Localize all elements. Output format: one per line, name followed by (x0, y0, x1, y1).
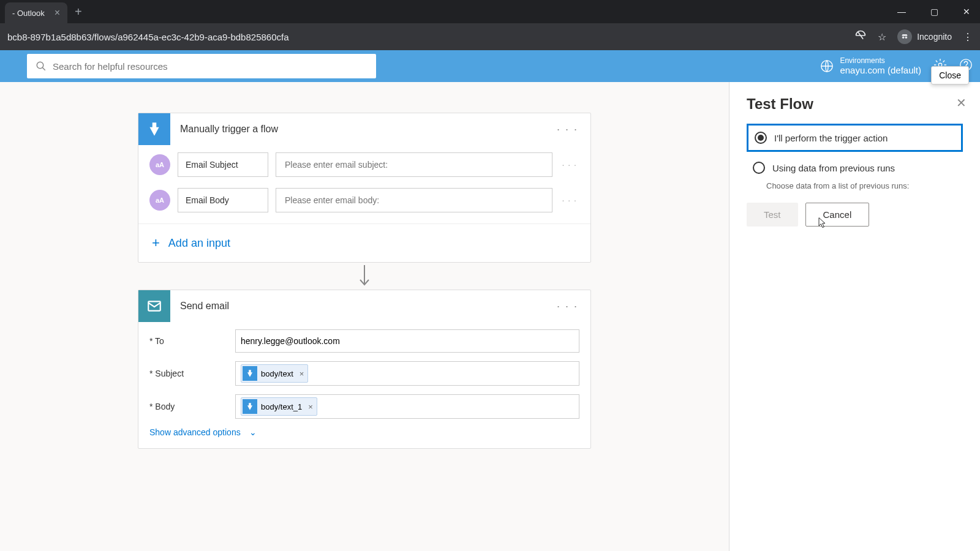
incognito-label: Incognito (917, 32, 952, 42)
panel-title: Test Flow (747, 96, 963, 113)
to-label: * To (149, 336, 235, 346)
radio-label: I'll perform the trigger action (774, 133, 888, 143)
maximize-icon[interactable]: ▢ (925, 4, 943, 19)
token-remove-icon[interactable]: × (300, 369, 304, 378)
radio-label: Using data from previous runs (772, 163, 895, 173)
token-remove-icon[interactable]: × (308, 402, 313, 411)
input-label[interactable]: Email Body (178, 188, 268, 212)
email-icon (138, 290, 170, 322)
token-flow-icon (243, 399, 257, 414)
body-field[interactable]: body/text_1 × (235, 394, 579, 419)
svg-point-0 (902, 36, 905, 39)
input-label[interactable]: Email Subject (178, 152, 268, 177)
body-label: * Body (149, 402, 235, 411)
url-text[interactable]: bcb8-897b1a5d8b63/flows/a962445a-ec3c-42… (7, 32, 289, 42)
plus-icon: + (152, 235, 160, 251)
body-token[interactable]: body/text_1 × (241, 397, 317, 416)
environment-selector[interactable]: Environments enayu.com (default) (820, 56, 921, 76)
test-button[interactable]: Test (747, 203, 798, 227)
radio-icon (753, 162, 765, 174)
email-card: Send email · · · * To * Subject body/tex… (138, 290, 591, 449)
trigger-title: Manually trigger a flow (180, 124, 545, 135)
radio-previous-runs[interactable]: Using data from previous runs (747, 156, 963, 180)
email-title: Send email (180, 301, 545, 312)
bookmark-star-icon[interactable]: ☆ (878, 31, 886, 43)
incognito-icon (897, 29, 912, 44)
token-text: body/text_1 (261, 402, 302, 411)
subject-label: * Subject (149, 369, 235, 378)
text-type-icon: aA (149, 190, 170, 211)
input-field-body[interactable] (276, 188, 552, 212)
env-label: Environments (840, 56, 921, 65)
chevron-down-icon: ⌄ (249, 427, 257, 437)
app-header: Environments enayu.com (default) (0, 50, 980, 82)
trigger-input-row: aA Email Body · · · (149, 188, 579, 212)
svg-point-1 (905, 36, 908, 39)
input-more-icon[interactable]: · · · (560, 195, 579, 205)
show-advanced-label: Show advanced options (149, 427, 241, 437)
test-flow-panel: ✕ Test Flow I'll perform the trigger act… (729, 82, 980, 551)
new-tab-button[interactable]: + (75, 5, 82, 19)
minimize-icon[interactable]: — (892, 4, 911, 19)
trigger-more-icon[interactable]: · · · (545, 123, 590, 136)
close-tab-icon[interactable]: × (55, 7, 60, 18)
token-text: body/text (261, 369, 293, 378)
subject-token[interactable]: body/text × (241, 364, 308, 383)
incognito-badge: Incognito (897, 29, 952, 44)
browser-url-bar: bcb8-897b1a5d8b63/flows/a962445a-ec3c-42… (0, 23, 980, 50)
email-more-icon[interactable]: · · · (545, 300, 590, 313)
trigger-card: Manually trigger a flow · · · aA Email S… (138, 113, 591, 263)
search-box[interactable] (27, 54, 376, 78)
text-type-icon: aA (149, 154, 170, 175)
input-more-icon[interactable]: · · · (560, 160, 579, 170)
tab-title: - Outlook (12, 9, 45, 18)
token-flow-icon (243, 366, 257, 381)
browser-tab-strip: - Outlook × + — ▢ ✕ (0, 0, 980, 23)
input-field-subject[interactable] (276, 152, 552, 177)
radio-perform-trigger[interactable]: I'll perform the trigger action (747, 124, 963, 152)
window-controls: — ▢ ✕ (892, 4, 975, 19)
trigger-icon (138, 113, 170, 145)
svg-point-2 (37, 62, 43, 69)
search-input[interactable] (53, 61, 368, 72)
extension-icon[interactable] (854, 29, 867, 44)
flow-connector-arrow-icon (357, 263, 372, 290)
add-input-label: Add an input (168, 237, 230, 250)
flow-canvas: Manually trigger a flow · · · aA Email S… (0, 82, 729, 551)
browser-menu-icon[interactable]: ⋮ (963, 31, 973, 43)
subject-field[interactable]: body/text × (235, 361, 579, 386)
to-input[interactable] (241, 336, 574, 346)
globe-icon (820, 59, 834, 73)
show-advanced-toggle[interactable]: Show advanced options ⌄ (149, 427, 579, 437)
env-name: enayu.com (default) (840, 65, 921, 76)
close-window-icon[interactable]: ✕ (958, 4, 975, 19)
svg-line-3 (42, 67, 45, 70)
browser-tab[interactable]: - Outlook × (5, 2, 67, 23)
trigger-input-row: aA Email Subject · · · (149, 152, 579, 177)
close-panel-icon[interactable]: ✕ (956, 96, 967, 110)
to-field[interactable] (235, 329, 579, 353)
close-tooltip: Close (931, 66, 969, 84)
radio-icon (755, 132, 767, 144)
search-icon (36, 61, 47, 72)
add-input-button[interactable]: + Add an input (138, 223, 590, 262)
cancel-button[interactable]: Cancel (805, 203, 870, 227)
radio-sublabel: Choose data from a list of previous runs… (766, 181, 963, 190)
